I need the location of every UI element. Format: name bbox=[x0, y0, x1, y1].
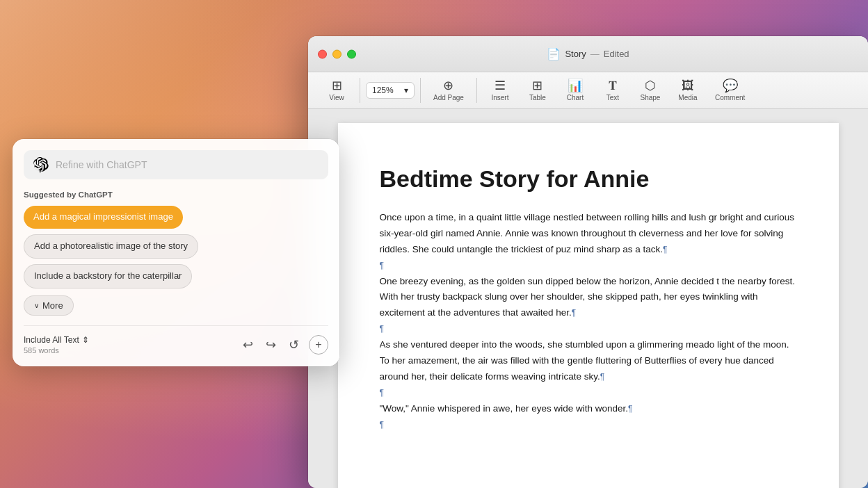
comment-label: Comment bbox=[715, 94, 745, 101]
include-text-label: Include All Text bbox=[24, 335, 79, 345]
text-button[interactable]: 𝐓 Text bbox=[595, 76, 630, 104]
table-label: Table bbox=[529, 94, 546, 101]
suggestions-list: Add a magical impressionist image Add a … bbox=[24, 206, 328, 294]
title-name: Story bbox=[565, 49, 586, 59]
empty-para-1: ¶ bbox=[380, 258, 797, 274]
media-icon: 🖼 bbox=[682, 79, 694, 92]
suggestion-button-3[interactable]: Include a backstory for the caterpillar bbox=[24, 264, 192, 288]
title-bar: 📄 Story — Edited bbox=[308, 36, 868, 72]
suggestions-label: Suggested by ChatGPT bbox=[24, 190, 328, 199]
pilcrow-4: ¶ bbox=[380, 324, 384, 334]
shape-icon: ⬡ bbox=[645, 79, 656, 92]
document-title: Bedtime Story for Annie bbox=[380, 165, 797, 193]
text-label: Text bbox=[606, 94, 619, 101]
close-button[interactable] bbox=[318, 49, 327, 58]
shape-button[interactable]: ⬡ Shape bbox=[633, 76, 668, 104]
title-separator: — bbox=[590, 49, 600, 59]
view-icon: ⊞ bbox=[332, 79, 342, 92]
media-button[interactable]: 🖼 Media bbox=[670, 76, 705, 104]
traffic-lights bbox=[318, 49, 356, 58]
chart-button[interactable]: 📊 Chart bbox=[558, 76, 593, 104]
add-page-button[interactable]: ⊕ Add Page bbox=[426, 76, 471, 104]
empty-para-3: ¶ bbox=[380, 385, 797, 401]
document-page[interactable]: Bedtime Story for Annie Once upon a time… bbox=[338, 123, 839, 488]
insert-label: Insert bbox=[491, 94, 508, 101]
more-button-label: More bbox=[42, 300, 63, 311]
add-page-label: Add Page bbox=[433, 94, 464, 101]
pages-window: 📄 Story — Edited ⊞ View 125% ▾ ⊕ Add Pag… bbox=[308, 36, 868, 488]
insert-icon: ☰ bbox=[495, 79, 506, 92]
chart-label: Chart bbox=[567, 94, 584, 101]
empty-para-2: ¶ bbox=[380, 321, 797, 337]
title-status: Edited bbox=[604, 49, 629, 59]
table-icon: ⊞ bbox=[532, 79, 542, 92]
toolbar-divider-3 bbox=[476, 78, 477, 103]
chatgpt-placeholder[interactable]: Refine with ChatGPT bbox=[56, 159, 319, 170]
document-body[interactable]: Once upon a time, in a quaint little vil… bbox=[380, 210, 797, 433]
document-area: Bedtime Story for Annie Once upon a time… bbox=[308, 109, 868, 488]
text-icon: 𝐓 bbox=[609, 79, 617, 92]
toolbar-divider-1 bbox=[360, 78, 360, 103]
include-text-icon: ⇕ bbox=[82, 335, 89, 345]
pilcrow-1: ¶ bbox=[663, 245, 667, 254]
view-button[interactable]: ⊞ View bbox=[319, 76, 354, 104]
title-icon: 📄 bbox=[547, 47, 561, 60]
paragraph-2: One breezy evening, as the golden sun di… bbox=[380, 274, 797, 322]
suggestion-button-1[interactable]: Add a magical impressionist image bbox=[24, 206, 183, 229]
zoom-value: 125% bbox=[372, 86, 394, 95]
paragraph-3: As she ventured deeper into the woods, s… bbox=[380, 337, 797, 385]
redo-button[interactable]: ↪ bbox=[263, 334, 279, 355]
window-title: 📄 Story — Edited bbox=[547, 47, 629, 60]
zoom-chevron-icon: ▾ bbox=[404, 86, 408, 95]
view-label: View bbox=[329, 94, 344, 101]
footer-left: Include All Text ⇕ 585 words bbox=[24, 335, 89, 355]
comment-button[interactable]: 💬 Comment bbox=[708, 76, 752, 104]
pilcrow-6: ¶ bbox=[380, 388, 384, 398]
toolbar-divider-2 bbox=[420, 78, 421, 103]
suggestion-button-2[interactable]: Add a photorealistic image of the story bbox=[24, 234, 198, 259]
paragraph-1: Once upon a time, in a quaint little vil… bbox=[380, 210, 797, 258]
add-page-icon: ⊕ bbox=[443, 79, 453, 92]
add-button[interactable]: + bbox=[309, 335, 328, 355]
include-all-text[interactable]: Include All Text ⇕ bbox=[24, 335, 89, 345]
insert-button[interactable]: ☰ Insert bbox=[483, 76, 517, 104]
pilcrow-7: ¶ bbox=[628, 404, 632, 414]
toolbar: ⊞ View 125% ▾ ⊕ Add Page ☰ Insert ⊞ Tabl… bbox=[308, 72, 868, 109]
zoom-button[interactable]: 125% ▾ bbox=[366, 82, 415, 99]
refresh-button[interactable]: ↺ bbox=[286, 334, 302, 355]
more-chevron-icon: ∨ bbox=[34, 302, 39, 309]
word-count: 585 words bbox=[24, 346, 89, 355]
maximize-button[interactable] bbox=[347, 49, 356, 58]
empty-para-4: ¶ bbox=[380, 417, 797, 433]
media-label: Media bbox=[678, 94, 697, 101]
footer-actions: ↩ ↪ ↺ + bbox=[240, 334, 328, 355]
table-button[interactable]: ⊞ Table bbox=[520, 76, 555, 104]
pilcrow-8: ¶ bbox=[380, 420, 384, 430]
chatgpt-panel: Refine with ChatGPT Suggested by ChatGPT… bbox=[13, 139, 339, 366]
chatgpt-logo-icon bbox=[33, 157, 49, 172]
comment-icon: 💬 bbox=[723, 79, 738, 92]
pilcrow-5: ¶ bbox=[600, 372, 604, 382]
chatgpt-input-container[interactable]: Refine with ChatGPT bbox=[24, 150, 328, 179]
undo-button[interactable]: ↩ bbox=[240, 334, 256, 355]
panel-footer: Include All Text ⇕ 585 words ↩ ↪ ↺ + bbox=[24, 325, 328, 355]
pilcrow-2: ¶ bbox=[380, 261, 384, 270]
minimize-button[interactable] bbox=[332, 49, 341, 58]
chart-icon: 📊 bbox=[568, 79, 583, 92]
shape-label: Shape bbox=[640, 94, 660, 101]
more-button[interactable]: ∨ More bbox=[24, 295, 74, 316]
paragraph-4: "Wow," Annie whispered in awe, her eyes … bbox=[380, 401, 797, 417]
pilcrow-3: ¶ bbox=[572, 308, 576, 318]
